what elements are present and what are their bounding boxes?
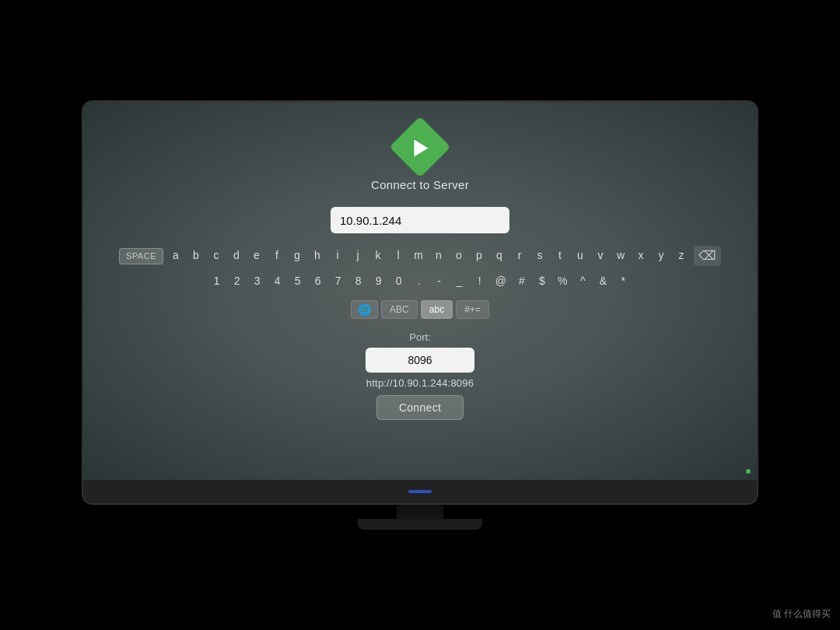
key-f[interactable]: f xyxy=(269,247,285,265)
port-label: Port: xyxy=(409,331,430,343)
mode-abc-caps-button[interactable]: ABC xyxy=(381,300,418,319)
key-dollar[interactable]: $ xyxy=(534,272,550,291)
key-y[interactable]: y xyxy=(653,247,669,265)
power-indicator xyxy=(746,469,751,474)
keyboard-row-letters: SPACE a b c d e f g h i j k l m n o p xyxy=(119,246,721,266)
key-3[interactable]: 3 xyxy=(250,272,265,291)
tv-stand-base xyxy=(358,519,482,530)
ip-input-wrapper xyxy=(331,207,509,233)
tv-screen: Connect to Server SPACE a b c d e f g h xyxy=(83,102,757,480)
port-section: Port: http://10.90.1.244:8096 Connect xyxy=(366,331,474,420)
key-b[interactable]: b xyxy=(188,247,204,265)
key-c[interactable]: c xyxy=(208,247,224,265)
tv-container: Connect to Server SPACE a b c d e f g h xyxy=(82,100,758,530)
key-2[interactable]: 2 xyxy=(229,272,245,291)
keyboard-mode-buttons: 🌐 ABC abc #+= xyxy=(351,300,489,319)
key-o[interactable]: o xyxy=(451,247,467,265)
key-underscore[interactable]: _ xyxy=(452,272,467,291)
tv-bezel xyxy=(83,480,757,503)
url-display: http://10.90.1.244:8096 xyxy=(366,377,474,389)
key-h[interactable]: h xyxy=(310,247,325,265)
key-4[interactable]: 4 xyxy=(270,272,285,291)
key-dash[interactable]: - xyxy=(432,272,447,291)
key-d[interactable]: d xyxy=(229,247,244,265)
key-percent[interactable]: % xyxy=(555,272,570,291)
key-g[interactable]: g xyxy=(289,247,305,265)
key-8[interactable]: 8 xyxy=(351,272,366,291)
key-backspace[interactable]: ⌫ xyxy=(694,246,721,266)
plex-play-icon xyxy=(414,139,428,156)
tv-stand-neck xyxy=(397,505,443,519)
key-v[interactable]: v xyxy=(593,247,608,265)
key-0[interactable]: 0 xyxy=(391,272,407,291)
key-s[interactable]: s xyxy=(532,247,548,265)
key-t[interactable]: t xyxy=(552,247,568,265)
keyboard-row-numbers: 1 2 3 4 5 6 7 8 9 0 . - _ ! @ # $ xyxy=(209,272,632,291)
key-w[interactable]: w xyxy=(613,247,628,265)
tv-led-indicator xyxy=(408,490,432,493)
key-m[interactable]: m xyxy=(411,247,426,265)
key-k[interactable]: k xyxy=(370,247,386,265)
key-1[interactable]: 1 xyxy=(209,272,225,291)
app-logo xyxy=(398,125,442,169)
key-r[interactable]: r xyxy=(512,247,527,265)
key-amp[interactable]: & xyxy=(595,272,611,291)
key-hash[interactable]: # xyxy=(514,272,530,291)
key-l[interactable]: l xyxy=(390,247,406,265)
key-space[interactable]: SPACE xyxy=(119,248,163,264)
onscreen-keyboard: SPACE a b c d e f g h i j k l m n o p xyxy=(119,246,721,319)
key-q[interactable]: q xyxy=(492,247,507,265)
key-i[interactable]: i xyxy=(330,247,345,265)
tv-frame: Connect to Server SPACE a b c d e f g h xyxy=(82,100,758,505)
plex-logo-diamond xyxy=(389,116,450,177)
key-n[interactable]: n xyxy=(431,247,446,265)
key-9[interactable]: 9 xyxy=(371,272,387,291)
mode-symbols-button[interactable]: #+= xyxy=(456,300,489,319)
ip-input[interactable] xyxy=(331,207,509,233)
key-6[interactable]: 6 xyxy=(310,272,326,291)
mode-globe-button[interactable]: 🌐 xyxy=(351,300,378,319)
key-a[interactable]: a xyxy=(168,247,184,265)
key-at[interactable]: @ xyxy=(492,272,509,291)
key-7[interactable]: 7 xyxy=(331,272,346,291)
key-j[interactable]: j xyxy=(350,247,366,265)
key-exclaim[interactable]: ! xyxy=(472,272,488,291)
page-title: Connect to Server xyxy=(371,178,469,191)
port-input[interactable] xyxy=(366,348,474,373)
key-z[interactable]: z xyxy=(674,247,689,265)
key-e[interactable]: e xyxy=(249,247,264,265)
connect-button[interactable]: Connect xyxy=(376,395,464,420)
key-p[interactable]: p xyxy=(471,247,487,265)
key-x[interactable]: x xyxy=(633,247,649,265)
watermark: 值 什么值得买 xyxy=(772,607,831,621)
key-caret[interactable]: ^ xyxy=(575,272,590,291)
key-u[interactable]: u xyxy=(572,247,588,265)
key-dot[interactable]: . xyxy=(411,272,427,291)
mode-abc-lower-button[interactable]: abc xyxy=(421,300,453,319)
key-star[interactable]: * xyxy=(615,272,631,291)
key-5[interactable]: 5 xyxy=(290,272,306,291)
